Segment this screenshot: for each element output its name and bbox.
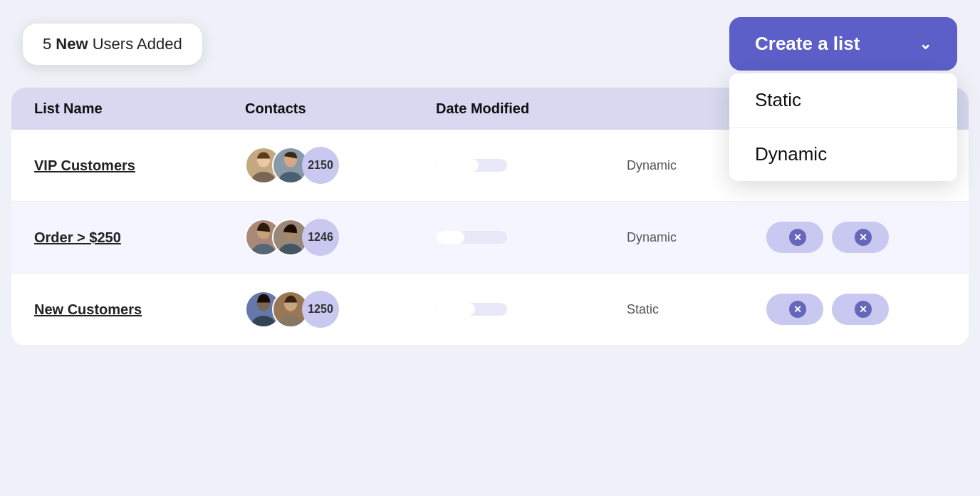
count-badge-vip: 2150 [302,147,339,184]
type-badge-order: Dynamic [627,230,755,245]
type-badge-new: Static [627,302,755,317]
col-header-date: Date Modified [436,100,615,117]
progress-bar-new [436,303,507,316]
progress-bar-vip [436,159,507,172]
svg-point-6 [251,244,275,254]
bar-cell-new [436,303,615,316]
svg-point-3 [278,172,302,182]
progress-bar-order [436,231,507,244]
action-btn-2-new[interactable]: ✕ [832,294,889,325]
create-list-button[interactable]: Create a list ⌄ [729,17,957,71]
count-badge-new: 1250 [302,291,339,328]
contacts-cell-order: 1246 [245,219,424,256]
bar-cell-vip [436,159,615,172]
avatar-stack-vip: 2150 [245,147,339,184]
list-name-vip[interactable]: VIP Customers [34,157,234,174]
contacts-cell-vip: 2150 [245,147,424,184]
notification-suffix: Users Added [88,35,182,53]
dropdown-menu: Static Dynamic [729,73,957,181]
action-btn-1-order[interactable]: ✕ [766,222,823,253]
notification-prefix: 5 [43,35,56,53]
create-list-label: Create a list [755,33,860,55]
actions-cell-new: ✕ ✕ [766,294,946,325]
list-name-order[interactable]: Order > $250 [34,229,234,246]
x-icon-3: ✕ [789,229,806,246]
notification-bold: New [56,35,88,53]
table-row: New Customers 1250 [11,274,969,346]
action-btn-2-order[interactable]: ✕ [832,222,889,253]
notification-badge: 5 New Users Added [23,24,202,65]
bar-cell-order [436,231,615,244]
avatar-stack-new: 1250 [245,291,339,328]
svg-point-8 [278,244,302,254]
svg-point-10 [251,316,275,326]
action-btn-1-new[interactable]: ✕ [766,294,823,325]
svg-point-1 [251,172,275,182]
actions-cell-order: ✕ ✕ [766,222,946,253]
list-name-new[interactable]: New Customers [34,301,234,318]
x-icon-4: ✕ [855,229,872,246]
dropdown-item-dynamic[interactable]: Dynamic [729,128,957,181]
avatar-stack-order: 1246 [245,219,339,256]
col-header-name: List Name [34,100,234,117]
table-row: Order > $250 1246 [11,202,969,274]
x-icon-6: ✕ [855,301,872,318]
x-icon-5: ✕ [789,301,806,318]
count-badge-order: 1246 [302,219,339,256]
col-header-contacts: Contacts [245,100,424,117]
dropdown-item-static[interactable]: Static [729,73,957,128]
contacts-cell-new: 1250 [245,291,424,328]
chevron-down-icon: ⌄ [919,35,932,53]
top-bar: 5 New Users Added Create a list ⌄ Static… [0,0,980,88]
svg-point-12 [278,316,302,326]
create-list-container: Create a list ⌄ Static Dynamic [729,17,957,71]
